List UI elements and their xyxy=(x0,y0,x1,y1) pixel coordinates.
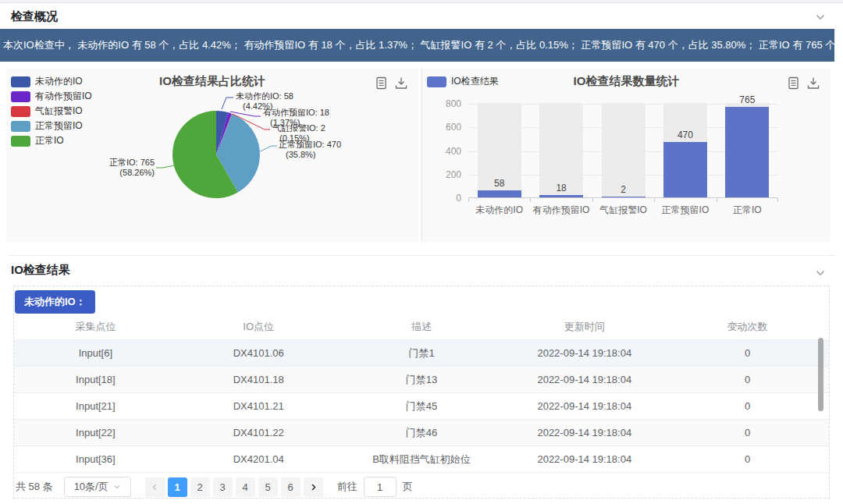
table-cell: DX4201.04 xyxy=(177,446,340,472)
y-axis-tick-label: 800 xyxy=(429,98,461,109)
legend-label: IO检查结果 xyxy=(451,75,499,88)
section-divider xyxy=(8,255,835,256)
x-axis-category-label: 正常IO xyxy=(717,204,778,217)
table-cell: Input[22] xyxy=(14,420,177,445)
table-cell: 门禁13 xyxy=(340,367,503,392)
prev-page-button[interactable] xyxy=(145,477,165,497)
pie-label-name-value: 正常IO: 765 xyxy=(109,158,155,168)
pie-leader-line-0 xyxy=(222,98,233,109)
table-cell: DX4101.18 xyxy=(177,367,340,392)
charts-row: IO检查结果占比统计 未动作的IO有动作预留IO气缸报警IO正常预留IO正常IO… xyxy=(0,69,843,242)
chevron-left-icon xyxy=(151,483,159,492)
jump-prefix-label: 前往 xyxy=(337,480,357,494)
x-axis-tick xyxy=(777,198,778,202)
top-divider xyxy=(0,0,843,3)
page-number-buttons: 123456 xyxy=(166,477,302,497)
table-cell: 2022-09-14 19:18:04 xyxy=(503,393,666,419)
table-header-row: 采集点位IO点位描述更新时间变动次数 xyxy=(14,314,829,340)
y-axis-tick-label: 0 xyxy=(429,193,461,204)
x-axis-tick xyxy=(717,198,717,202)
table-row[interactable]: Input[21]DX4101.21门禁452022-09-14 19:18:0… xyxy=(14,393,829,420)
pie-label-name-value: 有动作预留IO: 18 xyxy=(263,108,329,118)
result-type-badge[interactable]: 未动作的IO： xyxy=(15,290,95,314)
collapse-chevron-down-icon[interactable] xyxy=(815,12,826,23)
page-button-5[interactable]: 5 xyxy=(258,477,278,497)
table-cell: Input[6] xyxy=(14,340,177,366)
table-cell: 0 xyxy=(666,446,829,472)
pie-chart-panel: IO检查结果占比统计 未动作的IO有动作预留IO气缸报警IO正常预留IO正常IO… xyxy=(6,69,418,242)
pie-label-name-value: 气缸报警IO: 2 xyxy=(272,123,325,133)
table-row[interactable]: Input[6]DX4101.06门禁12022-09-14 19:18:040 xyxy=(14,340,829,367)
jump-suffix-label: 页 xyxy=(403,480,413,494)
document-icon[interactable] xyxy=(788,76,799,90)
table-scrollbar[interactable] xyxy=(818,338,823,411)
page-button-6[interactable]: 6 xyxy=(281,477,301,497)
page-jump-input[interactable] xyxy=(364,477,397,497)
table-cell: DX4101.22 xyxy=(177,420,340,445)
x-axis-category-label: 有动作预留IO xyxy=(530,204,592,217)
bar-value-label: 2 xyxy=(596,184,651,195)
page-button-3[interactable]: 3 xyxy=(213,477,233,497)
pagination-total: 共 58 条 xyxy=(16,480,53,494)
results-container: 未动作的IO： 采集点位IO点位描述更新时间变动次数Input[6]DX4101… xyxy=(13,286,830,499)
page-button-4[interactable]: 4 xyxy=(236,477,255,497)
collapse-chevron-down-icon[interactable] xyxy=(815,268,826,279)
table-cell: 门禁46 xyxy=(340,420,503,445)
bar-value-label: 765 xyxy=(720,94,774,105)
table-cell: Input[18] xyxy=(14,367,177,392)
page-button-1[interactable]: 1 xyxy=(168,477,187,497)
bar-value-label: 470 xyxy=(658,130,713,140)
table-cell: 0 xyxy=(666,420,829,445)
table-cell: DX4101.21 xyxy=(177,393,340,419)
table-cell: 门禁1 xyxy=(340,340,503,366)
bar-1[interactable] xyxy=(539,195,583,197)
table-row[interactable]: Input[18]DX4101.18门禁132022-09-14 19:18:0… xyxy=(14,367,829,393)
bar-value-label: 18 xyxy=(534,183,589,193)
bar-2[interactable] xyxy=(602,197,646,197)
summary-banner: 本次IO检查中， 未动作的IO 有 58 个，占比 4.42%； 有动作预留IO… xyxy=(0,29,834,62)
bar-background-column xyxy=(602,103,646,197)
section-results-title: IO检查结果 xyxy=(11,263,70,278)
table-cell: Input[21] xyxy=(14,393,177,419)
table-cell: 2022-09-14 19:18:04 xyxy=(503,420,666,445)
table-cell: 0 xyxy=(666,340,829,366)
table-cell: 0 xyxy=(666,367,829,392)
x-axis-category-label: 气缸报警IO xyxy=(592,204,654,217)
page-button-2[interactable]: 2 xyxy=(190,477,210,497)
table-row[interactable]: Input[36]DX4201.04B取料阻挡气缸初始位2022-09-14 1… xyxy=(14,446,829,473)
chevron-right-icon xyxy=(309,483,318,492)
x-axis-tick xyxy=(654,198,655,202)
table-row[interactable]: Input[22]DX4101.22门禁462022-09-14 19:18:0… xyxy=(14,420,829,446)
pie-leader-line-3 xyxy=(260,146,277,151)
table-cell: Input[36] xyxy=(14,446,177,472)
x-axis-category-label: 正常预留IO xyxy=(654,204,716,217)
section-overview-title: 检查概况 xyxy=(11,9,58,24)
table-cell: B取料阻挡气缸初始位 xyxy=(340,446,503,472)
table-header-cell: 变动次数 xyxy=(666,314,829,339)
table-cell: 0 xyxy=(666,393,829,419)
x-axis-tick xyxy=(468,198,469,202)
table-cell: 门禁45 xyxy=(340,393,503,419)
bar-4[interactable] xyxy=(725,107,769,197)
table-cell: 2022-09-14 19:18:04 xyxy=(503,367,666,392)
pie-label-3: 正常预留IO: 470(35.8%) xyxy=(279,140,341,160)
bar-0[interactable] xyxy=(478,190,521,197)
x-axis-category-label: 未动作的IO xyxy=(468,204,530,217)
bar-3[interactable] xyxy=(663,142,707,197)
bar-legend-item-0[interactable]: IO检查结果 xyxy=(427,74,499,89)
y-axis-tick-label: 200 xyxy=(429,169,461,180)
page-size-select[interactable]: 10条/页 xyxy=(64,477,131,497)
table-cell: 2022-09-14 19:18:04 xyxy=(503,340,666,366)
pagination-bar: 共 58 条 10条/页 123456 前往 页 xyxy=(14,476,829,498)
io-results-table: 采集点位IO点位描述更新时间变动次数Input[6]DX4101.06门禁120… xyxy=(14,314,829,473)
download-icon[interactable] xyxy=(807,76,820,90)
table-header-cell: 描述 xyxy=(340,314,503,339)
bar-legend: IO检查结果 xyxy=(427,74,499,89)
bar-value-label: 58 xyxy=(472,178,527,189)
table-header-cell: 更新时间 xyxy=(503,314,666,339)
io-inspection-page: 检查概况 本次IO检查中， 未动作的IO 有 58 个，占比 4.42%； 有动… xyxy=(0,0,843,504)
pie-chart xyxy=(6,69,418,242)
next-page-button[interactable] xyxy=(304,477,323,497)
pie-leader-line-4 xyxy=(156,165,175,168)
legend-swatch xyxy=(427,76,446,87)
